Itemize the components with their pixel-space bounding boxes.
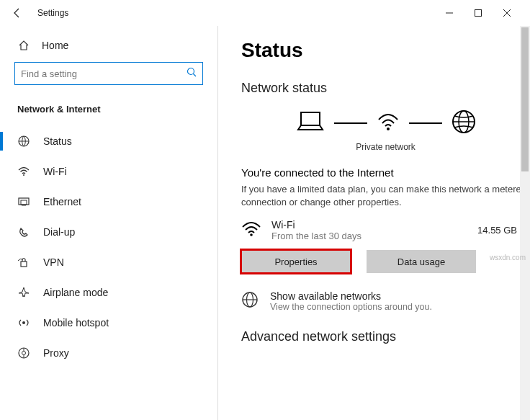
connected-heading: You're connected to the Internet bbox=[241, 166, 530, 179]
connection-name: Wi-Fi bbox=[271, 219, 361, 231]
hotspot-icon bbox=[17, 316, 30, 329]
sidebar-item-label: Proxy bbox=[43, 347, 69, 359]
status-icon bbox=[17, 135, 30, 148]
vpn-icon bbox=[17, 256, 30, 269]
connection-sub: From the last 30 days bbox=[271, 231, 361, 241]
home-icon bbox=[17, 39, 30, 52]
page-title: Status bbox=[241, 39, 530, 62]
connected-body: If you have a limited data plan, you can… bbox=[241, 183, 530, 209]
dialup-icon bbox=[17, 225, 30, 238]
sidebar-item-label: Wi-Fi bbox=[43, 166, 67, 177]
diagram-label: Private network bbox=[241, 142, 530, 152]
sidebar-item-label: Ethernet bbox=[43, 196, 81, 207]
globe-icon bbox=[241, 291, 259, 311]
show-networks-text: Show available networks View the connect… bbox=[270, 290, 432, 312]
button-row: Properties Data usage bbox=[241, 250, 530, 273]
sidebar: Home Network & Internet Status Wi-Fi Eth… bbox=[0, 26, 217, 420]
sidebar-item-hotspot[interactable]: Mobile hotspot bbox=[0, 308, 217, 338]
search-input[interactable] bbox=[21, 68, 187, 79]
connection-text: Wi-Fi From the last 30 days bbox=[271, 219, 361, 241]
wifi-icon bbox=[376, 110, 400, 137]
arrow-left-icon bbox=[12, 8, 22, 18]
svg-line-5 bbox=[194, 74, 197, 77]
search-icon bbox=[187, 67, 197, 80]
svg-point-14 bbox=[22, 321, 25, 324]
sidebar-item-label: Airplane mode bbox=[43, 287, 108, 298]
airplane-icon bbox=[17, 286, 30, 299]
globe-icon bbox=[451, 109, 477, 138]
search-box[interactable] bbox=[14, 62, 203, 85]
back-button[interactable] bbox=[9, 4, 26, 22]
wifi-icon bbox=[241, 220, 261, 241]
svg-point-7 bbox=[23, 174, 24, 176]
data-usage-button[interactable]: Data usage bbox=[367, 250, 476, 273]
properties-button[interactable]: Properties bbox=[241, 250, 351, 273]
svg-point-24 bbox=[250, 233, 253, 236]
svg-point-20 bbox=[387, 128, 390, 130]
sidebar-home-label: Home bbox=[42, 40, 68, 51]
sidebar-category: Network & Internet bbox=[0, 85, 217, 126]
section-heading: Network status bbox=[241, 81, 530, 96]
svg-rect-13 bbox=[21, 262, 27, 267]
svg-rect-9 bbox=[21, 200, 27, 205]
sidebar-item-label: Mobile hotspot bbox=[43, 317, 109, 329]
maximize-button[interactable] bbox=[464, 3, 493, 23]
minimize-icon bbox=[446, 9, 453, 17]
proxy-icon bbox=[17, 347, 30, 359]
network-diagram bbox=[241, 109, 530, 138]
titlebar: Settings bbox=[0, 0, 530, 26]
window-controls bbox=[435, 3, 521, 23]
watermark: wsxdn.com bbox=[490, 254, 526, 262]
sidebar-item-ethernet[interactable]: Ethernet bbox=[0, 187, 217, 217]
show-networks-title: Show available networks bbox=[270, 290, 432, 302]
advanced-heading: Advanced network settings bbox=[241, 329, 530, 344]
connection-row: Wi-Fi From the last 30 days 14.55 GB bbox=[241, 219, 530, 241]
close-button[interactable] bbox=[493, 3, 521, 23]
scrollbar-thumb[interactable] bbox=[521, 27, 529, 171]
sidebar-item-label: VPN bbox=[43, 256, 64, 268]
sidebar-home[interactable]: Home bbox=[0, 39, 217, 52]
svg-rect-19 bbox=[301, 112, 320, 125]
window-title: Settings bbox=[37, 8, 68, 18]
close-icon bbox=[503, 9, 511, 17]
diagram-line bbox=[334, 122, 367, 124]
wifi-icon bbox=[17, 165, 30, 178]
svg-point-16 bbox=[22, 352, 26, 355]
sidebar-item-proxy[interactable]: Proxy bbox=[0, 338, 217, 368]
sidebar-item-dialup[interactable]: Dial-up bbox=[0, 217, 217, 247]
sidebar-item-label: Status bbox=[43, 135, 72, 147]
minimize-button[interactable] bbox=[435, 3, 464, 23]
maximize-icon bbox=[475, 9, 482, 17]
svg-rect-8 bbox=[19, 198, 29, 205]
sidebar-item-vpn[interactable]: VPN bbox=[0, 247, 217, 277]
sidebar-item-airplane[interactable]: Airplane mode bbox=[0, 277, 217, 308]
sidebar-item-label: Dial-up bbox=[43, 226, 75, 238]
content-area: Home Network & Internet Status Wi-Fi Eth… bbox=[0, 26, 530, 420]
ethernet-icon bbox=[17, 195, 30, 208]
diagram-line bbox=[409, 122, 442, 124]
main-panel: Status Network status Private network Yo… bbox=[218, 26, 530, 420]
svg-point-4 bbox=[188, 68, 194, 75]
sidebar-item-wifi[interactable]: Wi-Fi bbox=[0, 156, 217, 187]
show-networks-link[interactable]: Show available networks View the connect… bbox=[241, 290, 530, 312]
laptop-icon bbox=[295, 110, 325, 137]
sidebar-item-status[interactable]: Status bbox=[0, 126, 217, 156]
svg-rect-1 bbox=[475, 10, 482, 17]
scrollbar[interactable] bbox=[520, 26, 530, 420]
show-networks-sub: View the connection options around you. bbox=[270, 302, 432, 312]
